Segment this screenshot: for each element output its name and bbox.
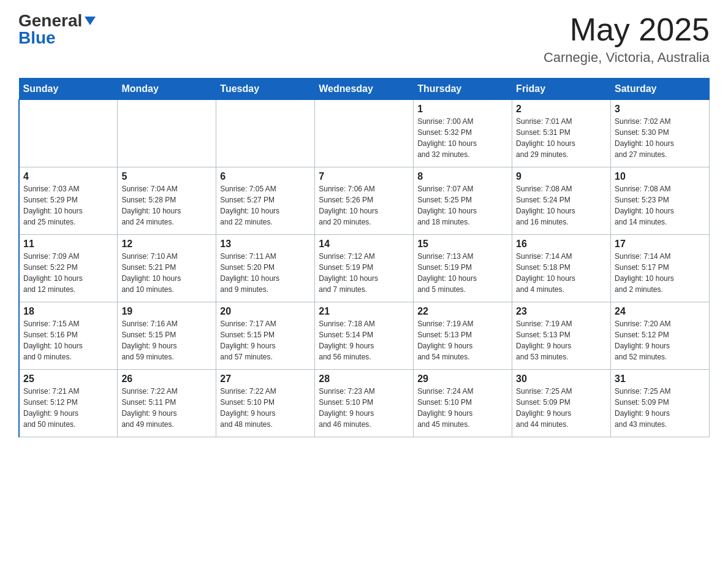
calendar-week-row: 4Sunrise: 7:03 AM Sunset: 5:29 PM Daylig… <box>19 167 710 235</box>
calendar-cell: 3Sunrise: 7:02 AM Sunset: 5:30 PM Daylig… <box>611 100 710 167</box>
day-number: 12 <box>121 239 212 250</box>
day-number: 8 <box>417 171 508 182</box>
logo-arrow-icon <box>83 14 97 28</box>
day-number: 25 <box>23 373 113 385</box>
day-number: 17 <box>615 239 705 250</box>
day-info: Sunrise: 7:05 AM Sunset: 5:27 PM Dayligh… <box>220 183 311 228</box>
calendar-cell: 17Sunrise: 7:14 AM Sunset: 5:17 PM Dayli… <box>611 235 710 302</box>
calendar-cell: 5Sunrise: 7:04 AM Sunset: 5:28 PM Daylig… <box>118 167 216 235</box>
day-number: 24 <box>615 306 705 317</box>
calendar-cell: 15Sunrise: 7:13 AM Sunset: 5:19 PM Dayli… <box>414 235 512 302</box>
day-number: 5 <box>121 171 212 182</box>
calendar-cell: 6Sunrise: 7:05 AM Sunset: 5:27 PM Daylig… <box>216 167 315 235</box>
calendar-cell: 4Sunrise: 7:03 AM Sunset: 5:29 PM Daylig… <box>19 167 118 235</box>
day-number: 13 <box>220 239 311 250</box>
logo: General Blue <box>18 12 97 47</box>
day-info: Sunrise: 7:21 AM Sunset: 5:12 PM Dayligh… <box>23 386 113 430</box>
day-info: Sunrise: 7:20 AM Sunset: 5:12 PM Dayligh… <box>615 318 705 362</box>
day-number: 18 <box>23 306 113 317</box>
day-info: Sunrise: 7:08 AM Sunset: 5:24 PM Dayligh… <box>516 183 607 228</box>
calendar-cell: 9Sunrise: 7:08 AM Sunset: 5:24 PM Daylig… <box>512 167 611 235</box>
logo-text-general: General <box>18 12 82 29</box>
day-info: Sunrise: 7:07 AM Sunset: 5:25 PM Dayligh… <box>417 183 508 228</box>
calendar-cell: 14Sunrise: 7:12 AM Sunset: 5:19 PM Dayli… <box>315 235 414 302</box>
day-info: Sunrise: 7:23 AM Sunset: 5:10 PM Dayligh… <box>319 386 409 430</box>
calendar-cell: 16Sunrise: 7:14 AM Sunset: 5:18 PM Dayli… <box>512 235 611 302</box>
day-info: Sunrise: 7:10 AM Sunset: 5:21 PM Dayligh… <box>121 251 212 295</box>
day-number: 9 <box>516 171 607 182</box>
calendar-cell: 23Sunrise: 7:19 AM Sunset: 5:13 PM Dayli… <box>512 302 611 370</box>
day-info: Sunrise: 7:00 AM Sunset: 5:32 PM Dayligh… <box>417 116 508 160</box>
day-info: Sunrise: 7:08 AM Sunset: 5:23 PM Dayligh… <box>615 183 705 228</box>
calendar-week-row: 18Sunrise: 7:15 AM Sunset: 5:16 PM Dayli… <box>19 302 710 370</box>
calendar-cell: 24Sunrise: 7:20 AM Sunset: 5:12 PM Dayli… <box>611 302 710 370</box>
day-number: 7 <box>319 171 409 182</box>
location-title: Carnegie, Victoria, Australia <box>544 50 710 66</box>
title-section: May 2025 Carnegie, Victoria, Australia <box>544 12 710 66</box>
calendar-cell: 20Sunrise: 7:17 AM Sunset: 5:15 PM Dayli… <box>216 302 315 370</box>
day-info: Sunrise: 7:14 AM Sunset: 5:17 PM Dayligh… <box>615 251 705 295</box>
calendar-cell: 29Sunrise: 7:24 AM Sunset: 5:10 PM Dayli… <box>414 370 512 437</box>
calendar-cell: 2Sunrise: 7:01 AM Sunset: 5:31 PM Daylig… <box>512 100 611 167</box>
calendar-cell <box>216 100 315 167</box>
calendar-cell: 26Sunrise: 7:22 AM Sunset: 5:11 PM Dayli… <box>118 370 216 437</box>
day-info: Sunrise: 7:25 AM Sunset: 5:09 PM Dayligh… <box>516 386 607 430</box>
calendar-cell: 21Sunrise: 7:18 AM Sunset: 5:14 PM Dayli… <box>315 302 414 370</box>
day-info: Sunrise: 7:22 AM Sunset: 5:10 PM Dayligh… <box>220 386 311 430</box>
day-info: Sunrise: 7:11 AM Sunset: 5:20 PM Dayligh… <box>220 251 311 295</box>
day-number: 10 <box>615 171 705 182</box>
day-info: Sunrise: 7:19 AM Sunset: 5:13 PM Dayligh… <box>516 318 607 362</box>
calendar-body: 1Sunrise: 7:00 AM Sunset: 5:32 PM Daylig… <box>19 100 710 437</box>
day-number: 14 <box>319 239 409 250</box>
calendar-cell: 8Sunrise: 7:07 AM Sunset: 5:25 PM Daylig… <box>414 167 512 235</box>
calendar-cell <box>315 100 414 167</box>
day-number: 29 <box>417 373 508 385</box>
calendar-header-cell: Friday <box>512 79 611 100</box>
calendar-week-row: 1Sunrise: 7:00 AM Sunset: 5:32 PM Daylig… <box>19 100 710 167</box>
day-info: Sunrise: 7:19 AM Sunset: 5:13 PM Dayligh… <box>417 318 508 362</box>
day-number: 16 <box>516 239 607 250</box>
calendar-header-cell: Saturday <box>611 79 710 100</box>
day-info: Sunrise: 7:25 AM Sunset: 5:09 PM Dayligh… <box>615 386 705 430</box>
calendar-cell: 28Sunrise: 7:23 AM Sunset: 5:10 PM Dayli… <box>315 370 414 437</box>
day-number: 4 <box>23 171 113 182</box>
day-info: Sunrise: 7:06 AM Sunset: 5:26 PM Dayligh… <box>319 183 409 228</box>
calendar-cell: 12Sunrise: 7:10 AM Sunset: 5:21 PM Dayli… <box>118 235 216 302</box>
day-info: Sunrise: 7:09 AM Sunset: 5:22 PM Dayligh… <box>23 251 113 295</box>
calendar-cell: 22Sunrise: 7:19 AM Sunset: 5:13 PM Dayli… <box>414 302 512 370</box>
calendar-cell: 10Sunrise: 7:08 AM Sunset: 5:23 PM Dayli… <box>611 167 710 235</box>
day-number: 1 <box>417 104 508 115</box>
calendar-cell: 19Sunrise: 7:16 AM Sunset: 5:15 PM Dayli… <box>118 302 216 370</box>
day-number: 28 <box>319 373 409 385</box>
day-info: Sunrise: 7:22 AM Sunset: 5:11 PM Dayligh… <box>121 386 212 430</box>
calendar-cell <box>19 100 118 167</box>
day-number: 22 <box>417 306 508 317</box>
day-number: 11 <box>23 239 113 250</box>
day-number: 20 <box>220 306 311 317</box>
day-info: Sunrise: 7:14 AM Sunset: 5:18 PM Dayligh… <box>516 251 607 295</box>
day-info: Sunrise: 7:13 AM Sunset: 5:19 PM Dayligh… <box>417 251 508 295</box>
calendar-cell: 13Sunrise: 7:11 AM Sunset: 5:20 PM Dayli… <box>216 235 315 302</box>
calendar-week-row: 25Sunrise: 7:21 AM Sunset: 5:12 PM Dayli… <box>19 370 710 437</box>
day-info: Sunrise: 7:03 AM Sunset: 5:29 PM Dayligh… <box>23 183 113 228</box>
calendar-cell: 18Sunrise: 7:15 AM Sunset: 5:16 PM Dayli… <box>19 302 118 370</box>
calendar-cell: 25Sunrise: 7:21 AM Sunset: 5:12 PM Dayli… <box>19 370 118 437</box>
day-number: 31 <box>615 373 705 385</box>
day-number: 30 <box>516 373 607 385</box>
calendar-header-cell: Thursday <box>414 79 512 100</box>
day-number: 2 <box>516 104 607 115</box>
page-header: General Blue May 2025 Carnegie, Victoria… <box>18 12 710 66</box>
day-info: Sunrise: 7:02 AM Sunset: 5:30 PM Dayligh… <box>615 116 705 160</box>
calendar-table: SundayMondayTuesdayWednesdayThursdayFrid… <box>18 78 710 437</box>
day-number: 23 <box>516 306 607 317</box>
day-number: 21 <box>319 306 409 317</box>
calendar-cell <box>118 100 216 167</box>
calendar-header-cell: Tuesday <box>216 79 315 100</box>
calendar-cell: 31Sunrise: 7:25 AM Sunset: 5:09 PM Dayli… <box>611 370 710 437</box>
calendar-header-cell: Wednesday <box>315 79 414 100</box>
day-number: 6 <box>220 171 311 182</box>
day-number: 19 <box>121 306 212 317</box>
svg-marker-0 <box>85 17 96 25</box>
calendar-cell: 30Sunrise: 7:25 AM Sunset: 5:09 PM Dayli… <box>512 370 611 437</box>
calendar-header-cell: Sunday <box>19 79 118 100</box>
